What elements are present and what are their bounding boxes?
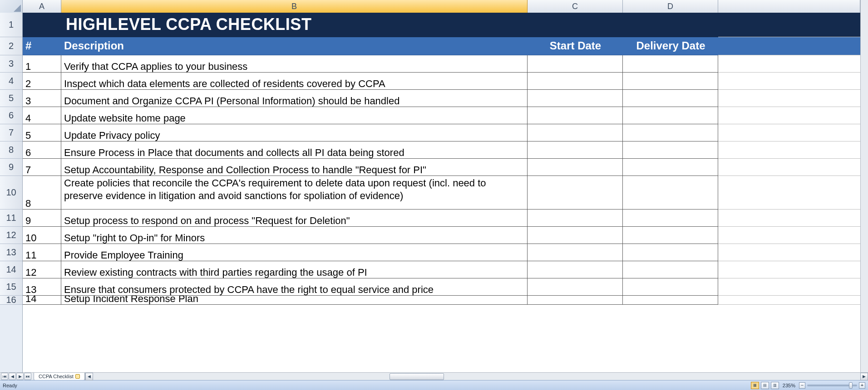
- row-10-number-cell[interactable]: 10: [23, 227, 61, 244]
- hscroll-left-arrow-icon[interactable]: ◀: [85, 373, 93, 380]
- vertical-scrollbar[interactable]: [860, 13, 868, 372]
- row-13-number-cell[interactable]: 13: [23, 278, 61, 296]
- row-8-delivery-date-cell[interactable]: [623, 176, 718, 210]
- column-header-A[interactable]: A: [23, 0, 61, 13]
- column-header-C[interactable]: C: [528, 0, 623, 13]
- row-11-start-date-cell[interactable]: [528, 244, 623, 261]
- row-header-3[interactable]: 3: [0, 55, 22, 73]
- sheet-tab-active[interactable]: CCPA Checklist: [34, 373, 85, 380]
- row-12-description-cell[interactable]: Review existing contracts with third par…: [61, 261, 528, 278]
- row-2-number-cell[interactable]: 2: [23, 73, 61, 90]
- row-2-delivery-date-cell[interactable]: [623, 73, 718, 90]
- row-7-delivery-date-cell[interactable]: [623, 159, 718, 176]
- title-cell-D[interactable]: [623, 13, 718, 37]
- row-11-description-cell[interactable]: Provide Employee Training: [61, 244, 528, 261]
- header-start-date[interactable]: Start Date: [528, 37, 623, 55]
- row-10-delivery-date-cell[interactable]: [623, 227, 718, 244]
- sheet-nav-first-icon[interactable]: ⏮: [1, 373, 8, 380]
- row-header-11[interactable]: 11: [0, 210, 22, 227]
- header-num[interactable]: #: [23, 37, 61, 55]
- view-normal-icon[interactable]: ▦: [751, 382, 759, 389]
- row-2-description-cell[interactable]: Inspect which data elements are collecte…: [61, 73, 528, 90]
- row-4-start-date-cell[interactable]: [528, 107, 623, 124]
- row-8-start-date-cell[interactable]: [528, 176, 623, 210]
- row-4-number-cell[interactable]: 4: [23, 107, 61, 124]
- column-header-D[interactable]: D: [623, 0, 718, 13]
- row-1-number-cell[interactable]: 1: [23, 55, 61, 73]
- row-3-start-date-cell[interactable]: [528, 90, 623, 107]
- sheet-nav-prev-icon[interactable]: ◀: [9, 373, 16, 380]
- row-5-start-date-cell[interactable]: [528, 124, 623, 141]
- row-12-start-date-cell[interactable]: [528, 261, 623, 278]
- row-13-start-date-cell[interactable]: [528, 278, 623, 296]
- row-header-5[interactable]: 5: [0, 90, 22, 107]
- row-header-6[interactable]: 6: [0, 107, 22, 124]
- row-5-delivery-date-cell[interactable]: [623, 124, 718, 141]
- row-7-start-date-cell[interactable]: [528, 159, 623, 176]
- title-cell-C[interactable]: [528, 13, 623, 37]
- sheet-nav-next-icon[interactable]: ▶: [16, 373, 24, 380]
- row-header-2[interactable]: 2: [0, 37, 22, 55]
- row-6-description-cell[interactable]: Ensure Process in Place that documents a…: [61, 141, 528, 159]
- zoom-slider-knob[interactable]: [849, 382, 853, 389]
- zoom-out-button[interactable]: −: [799, 382, 805, 389]
- row-header-1[interactable]: 1: [0, 13, 22, 37]
- row-12-delivery-date-cell[interactable]: [623, 261, 718, 278]
- row-header-14[interactable]: 14: [0, 261, 22, 278]
- view-page-break-icon[interactable]: ▥: [771, 382, 779, 389]
- cells-area[interactable]: HIGHLEVEL CCPA CHECKLIST#DescriptionStar…: [23, 13, 860, 372]
- row-header-12[interactable]: 12: [0, 227, 22, 244]
- row-9-delivery-date-cell[interactable]: [623, 210, 718, 227]
- header-delivery-date[interactable]: Delivery Date: [623, 37, 718, 55]
- row-header-15[interactable]: 15: [0, 278, 22, 296]
- row-6-number-cell[interactable]: 6: [23, 141, 61, 159]
- horizontal-scrollbar[interactable]: ◀ ▶: [85, 373, 868, 380]
- column-header-B[interactable]: B: [61, 0, 528, 13]
- row-4-description-cell[interactable]: Update website home page: [61, 107, 528, 124]
- row-14-number-cell[interactable]: 14: [23, 296, 61, 305]
- row-header-9[interactable]: 9: [0, 159, 22, 176]
- hscroll-thumb[interactable]: [390, 373, 444, 380]
- row-header-8[interactable]: 8: [0, 141, 22, 159]
- header-description[interactable]: Description: [61, 37, 528, 55]
- row-7-description-cell[interactable]: Setup Accountability, Response and Colle…: [61, 159, 528, 176]
- row-9-number-cell[interactable]: 9: [23, 210, 61, 227]
- row-9-description-cell[interactable]: Setup process to respond on and process …: [61, 210, 528, 227]
- row-1-description-cell[interactable]: Verify that CCPA applies to your busines…: [61, 55, 528, 73]
- row-8-description-cell[interactable]: Create policies that reconcile the CCPA'…: [61, 176, 528, 210]
- row-13-delivery-date-cell[interactable]: [623, 278, 718, 296]
- row-13-description-cell[interactable]: Ensure that consumers protected by CCPA …: [61, 278, 528, 296]
- view-page-layout-icon[interactable]: ▤: [761, 382, 769, 389]
- zoom-slider[interactable]: [807, 385, 857, 386]
- select-all-triangle[interactable]: [0, 0, 23, 13]
- row-2-start-date-cell[interactable]: [528, 73, 623, 90]
- row-7-number-cell[interactable]: 7: [23, 159, 61, 176]
- row-1-delivery-date-cell[interactable]: [623, 55, 718, 73]
- row-5-number-cell[interactable]: 5: [23, 124, 61, 141]
- row-header-16[interactable]: 16: [0, 296, 22, 305]
- row-14-start-date-cell[interactable]: [528, 296, 623, 305]
- row-6-delivery-date-cell[interactable]: [623, 141, 718, 159]
- row-14-delivery-date-cell[interactable]: [623, 296, 718, 305]
- row-12-number-cell[interactable]: 12: [23, 261, 61, 278]
- row-1-start-date-cell[interactable]: [528, 55, 623, 73]
- hscroll-right-arrow-icon[interactable]: ▶: [860, 373, 868, 380]
- row-5-description-cell[interactable]: Update Privacy policy: [61, 124, 528, 141]
- row-header-7[interactable]: 7: [0, 124, 22, 141]
- row-4-delivery-date-cell[interactable]: [623, 107, 718, 124]
- row-header-10[interactable]: 10: [0, 176, 22, 210]
- row-11-delivery-date-cell[interactable]: [623, 244, 718, 261]
- row-9-start-date-cell[interactable]: [528, 210, 623, 227]
- zoom-in-button[interactable]: +: [859, 382, 865, 389]
- row-3-delivery-date-cell[interactable]: [623, 90, 718, 107]
- row-10-description-cell[interactable]: Setup "right to Op-in" for Minors: [61, 227, 528, 244]
- title-cell-a[interactable]: [23, 13, 61, 37]
- row-3-number-cell[interactable]: 3: [23, 90, 61, 107]
- row-3-description-cell[interactable]: Document and Organize CCPA PI (Personal …: [61, 90, 528, 107]
- document-title[interactable]: HIGHLEVEL CCPA CHECKLIST: [61, 13, 528, 37]
- row-11-number-cell[interactable]: 11: [23, 244, 61, 261]
- zoom-percent[interactable]: 235%: [781, 383, 797, 388]
- row-14-description-cell[interactable]: Setup Incident Response Plan: [61, 296, 528, 305]
- row-6-start-date-cell[interactable]: [528, 141, 623, 159]
- row-8-number-cell[interactable]: 8: [23, 176, 61, 210]
